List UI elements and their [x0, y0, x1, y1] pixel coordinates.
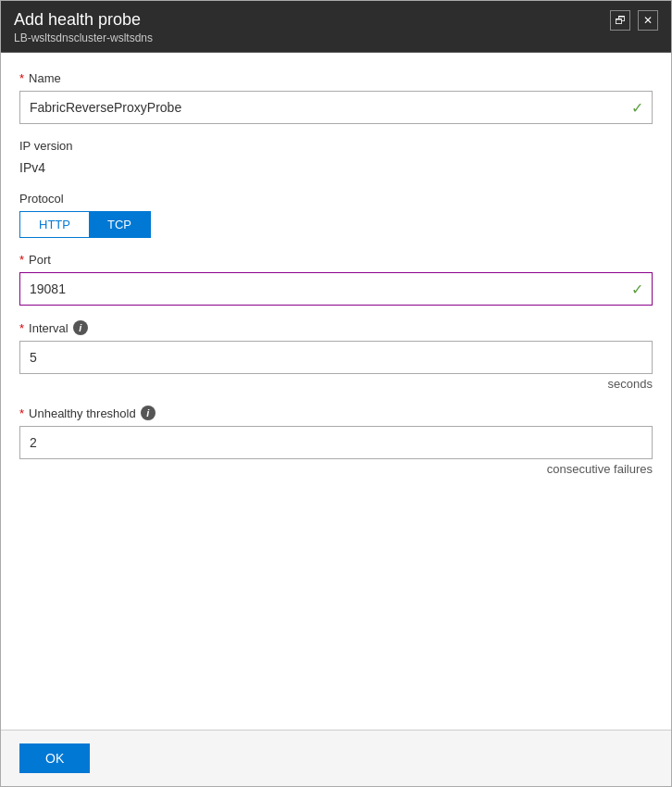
- unhealthy-threshold-input-wrapper: [19, 426, 653, 459]
- protocol-toggle: HTTP TCP: [19, 211, 151, 238]
- ip-version-label-text: IP version: [19, 139, 73, 153]
- unhealthy-threshold-info-icon: i: [141, 406, 156, 420]
- ip-version-field-group: IP version IPv4: [19, 139, 653, 177]
- title-bar: Add health probe LB-wsltsdnscluster-wslt…: [1, 1, 671, 52]
- interval-info-icon: i: [73, 320, 88, 335]
- title-bar-controls: 🗗 ✕: [610, 10, 658, 31]
- protocol-label: Protocol: [19, 192, 653, 206]
- unhealthy-threshold-input[interactable]: [19, 426, 653, 459]
- interval-input-wrapper: [19, 341, 653, 374]
- protocol-tcp-button[interactable]: TCP: [89, 212, 150, 237]
- port-required-star: *: [19, 253, 24, 267]
- title-bar-left: Add health probe LB-wsltsdnscluster-wslt…: [14, 10, 153, 44]
- restore-button[interactable]: 🗗: [610, 10, 630, 31]
- ip-version-value: IPv4: [19, 158, 653, 177]
- interval-label-text: Interval: [29, 321, 68, 335]
- unhealthy-threshold-field-group: * Unhealthy threshold i consecutive fail…: [19, 406, 653, 476]
- ip-version-label: IP version: [19, 139, 653, 153]
- port-field-group: * Port ✓: [19, 253, 653, 306]
- footer: OK: [1, 730, 671, 786]
- unhealthy-threshold-label: * Unhealthy threshold i: [19, 406, 653, 420]
- name-input[interactable]: [19, 91, 653, 124]
- protocol-http-button[interactable]: HTTP: [20, 212, 89, 237]
- protocol-field-group: Protocol HTTP TCP: [19, 192, 653, 238]
- ok-button[interactable]: OK: [19, 743, 90, 773]
- close-button[interactable]: ✕: [638, 10, 658, 31]
- interval-required-star: *: [19, 321, 24, 335]
- port-label: * Port: [19, 253, 653, 267]
- unhealthy-threshold-suffix: consecutive failures: [19, 462, 653, 476]
- name-label-text: Name: [29, 71, 61, 85]
- window-subtitle: LB-wsltsdnscluster-wsltsdns: [14, 31, 153, 44]
- port-check-icon: ✓: [631, 281, 643, 298]
- add-health-probe-window: Add health probe LB-wsltsdnscluster-wslt…: [0, 0, 672, 787]
- unhealthy-threshold-label-text: Unhealthy threshold: [29, 406, 136, 420]
- interval-suffix: seconds: [19, 377, 653, 391]
- name-check-icon: ✓: [631, 99, 643, 117]
- protocol-label-text: Protocol: [19, 192, 64, 206]
- name-required-star: *: [19, 71, 24, 85]
- window-title: Add health probe: [14, 10, 153, 30]
- unhealthy-threshold-required-star: *: [19, 406, 24, 420]
- name-field-group: * Name ✓: [19, 71, 653, 124]
- interval-field-group: * Interval i seconds: [19, 320, 653, 391]
- port-input[interactable]: [19, 272, 653, 306]
- interval-input[interactable]: [19, 341, 653, 374]
- port-input-wrapper: ✓: [19, 272, 653, 306]
- port-label-text: Port: [29, 253, 51, 267]
- name-label: * Name: [19, 71, 653, 85]
- interval-label: * Interval i: [19, 320, 653, 335]
- name-input-wrapper: ✓: [19, 91, 653, 124]
- form-content: * Name ✓ IP version IPv4 Protocol HTTP T…: [1, 52, 671, 730]
